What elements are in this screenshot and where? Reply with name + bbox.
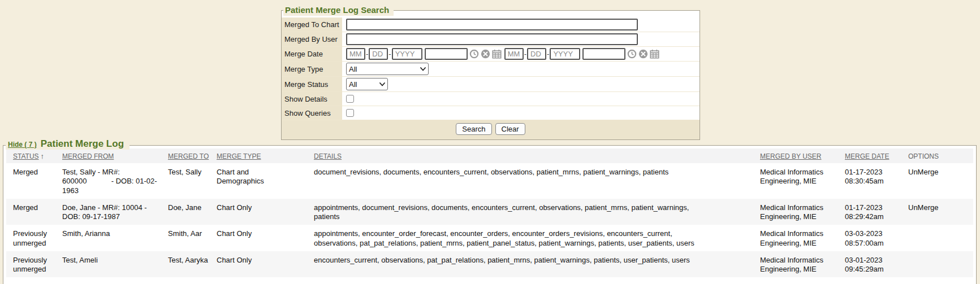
cell-merge_type: Chart and Demographics: [217, 163, 314, 199]
merge-log-panel: Hide ( 7 ) Patient Merge Log STATUS↑MERG…: [3, 145, 977, 284]
search-panel-title: Patient Merge Log Search: [283, 5, 394, 16]
cell-merge_date: 03-03-2023 08:57:00am: [845, 225, 908, 251]
merge-log-title: Patient Merge Log: [41, 138, 124, 150]
date-separator: -: [524, 50, 526, 58]
date-separator: -: [366, 50, 368, 58]
merged-by-user-input[interactable]: [346, 33, 638, 45]
column-header-label: MERGE TYPE: [217, 152, 261, 160]
cell-status: Merged: [6, 199, 62, 225]
log-table-header: STATUS↑MERGED FROMMERGED TOMERGE TYPEDET…: [6, 148, 973, 163]
show-queries-label: Show Queries: [282, 106, 344, 120]
end-year-input[interactable]: [550, 48, 580, 60]
cell-options: UnMerge: [908, 163, 973, 199]
clock-icon[interactable]: [469, 49, 479, 59]
column-header-status[interactable]: STATUS↑: [6, 148, 62, 163]
cell-merge_date: 01-17-2023 08:29:42am: [845, 199, 908, 225]
cell-details: encounters_current, observations, pat_pa…: [314, 251, 760, 278]
clock-icon[interactable]: [627, 49, 637, 59]
column-header-merge_type[interactable]: MERGE TYPE: [217, 149, 314, 163]
merge-status-label: Merge Status: [282, 77, 344, 91]
x-circle-icon[interactable]: [481, 49, 490, 59]
column-header-options: OPTIONS: [908, 149, 973, 163]
cell-status: Previously unmerged: [6, 225, 62, 251]
merge-date-row: Merge Date - -: [282, 47, 700, 62]
column-header-label: OPTIONS: [908, 152, 939, 160]
form-buttons-row: Search Clear: [282, 120, 700, 139]
hide-link[interactable]: Hide ( 7 ): [8, 141, 37, 148]
merged-by-user-label: Merged By User: [282, 32, 344, 46]
show-details-checkbox[interactable]: [346, 95, 354, 103]
sort-ascending-icon: ↑: [41, 152, 45, 160]
calendar-icon[interactable]: [650, 49, 659, 59]
show-queries-checkbox[interactable]: [346, 109, 354, 117]
cell-merged_to: Test, Sally: [168, 163, 217, 199]
cell-merged_by_user: Medical Informatics Engineering, MIE: [760, 225, 845, 251]
merged-by-user-row: Merged By User: [282, 32, 700, 47]
column-header-merged_to[interactable]: MERGED TO: [168, 149, 217, 163]
merge-date-label: Merge Date: [282, 47, 344, 61]
merge-log-table: STATUS↑MERGED FROMMERGED TOMERGE TYPEDET…: [6, 148, 973, 277]
unmerge-link[interactable]: UnMerge: [908, 168, 938, 176]
column-header-merged_from[interactable]: MERGED FROM: [62, 149, 168, 163]
column-header-label: MERGE DATE: [845, 152, 889, 160]
cell-options: UnMerge: [908, 199, 973, 225]
start-time-input[interactable]: [425, 48, 468, 60]
show-details-label: Show Details: [282, 92, 344, 106]
merge-log-legend: Hide ( 7 ) Patient Merge Log: [6, 138, 129, 150]
cell-merge_date: 01-17-2023 08:30:45am: [845, 163, 908, 199]
cell-merged_to: Test, Aaryka: [168, 251, 217, 278]
cell-merged_from: Test, Ameli: [62, 251, 168, 278]
merge-status-select[interactable]: All: [346, 78, 388, 90]
column-header-label: MERGED TO: [168, 152, 209, 160]
cell-merge_date: 03-01-2023 09:45:29am: [845, 251, 908, 278]
column-header-label: DETAILS: [314, 152, 342, 160]
log-table-body: MergedTest, Sally - MR#: 600000 - DOB: 0…: [6, 163, 973, 277]
show-details-row: Show Details: [282, 92, 700, 106]
search-form: Merged To Chart Merged By User Merge Dat…: [282, 11, 700, 139]
search-button[interactable]: Search: [456, 123, 491, 135]
cell-details: appointments, document_revisions, docume…: [314, 199, 760, 225]
merge-type-label: Merge Type: [282, 62, 344, 76]
merge-date-start-group: - -: [346, 48, 502, 60]
start-year-input[interactable]: [392, 48, 422, 60]
start-month-input[interactable]: [346, 48, 365, 60]
end-time-input[interactable]: [582, 48, 625, 60]
column-header-merge_date[interactable]: MERGE DATE: [845, 149, 908, 163]
cell-merged_from: Doe, Jane - MR#: 10004 - DOB: 09-17-1987: [62, 199, 168, 225]
cell-merged_from: Smith, Arianna: [62, 225, 168, 251]
end-day-input[interactable]: [527, 48, 546, 60]
start-day-input[interactable]: [369, 48, 388, 60]
date-separator: -: [388, 50, 391, 58]
clear-button[interactable]: Clear: [495, 123, 525, 135]
cell-merged_from: Test, Sally - MR#: 600000 - DOB: 01-02- …: [62, 163, 168, 199]
column-header-details[interactable]: DETAILS: [314, 149, 760, 163]
calendar-icon[interactable]: [492, 49, 502, 59]
merged-to-chart-input[interactable]: [346, 19, 638, 30]
table-row: MergedDoe, Jane - MR#: 10004 - DOB: 09-1…: [6, 199, 973, 225]
cell-merge_type: Chart Only: [217, 199, 314, 225]
cell-merged_by_user: Medical Informatics Engineering, MIE: [760, 251, 845, 278]
merge-type-select[interactable]: All: [346, 63, 429, 75]
merged-to-chart-row: Merged To Chart: [282, 18, 700, 32]
merge-log-search-panel: Patient Merge Log Search Merged To Chart…: [281, 10, 700, 140]
unmerge-link[interactable]: UnMerge: [908, 203, 938, 212]
merge-date-end-group: - -: [504, 48, 660, 60]
cell-details: document_revisions, documents, encounter…: [314, 163, 760, 199]
date-separator: -: [547, 50, 549, 58]
cell-options: [908, 251, 973, 278]
cell-merged_to: Doe, Jane: [168, 199, 217, 225]
show-queries-row: Show Queries: [282, 106, 700, 120]
cell-details: appointments, encounter_order_forecast, …: [314, 225, 760, 251]
column-header-label: STATUS: [13, 152, 39, 160]
cell-status: Merged: [6, 163, 62, 199]
cell-merged_by_user: Medical Informatics Engineering, MIE: [760, 199, 845, 225]
table-row: Previously unmergedTest, AmeliTest, Aary…: [6, 251, 973, 278]
cell-merge_type: Chart Only: [217, 251, 314, 278]
merge-status-row: Merge Status All: [282, 77, 700, 92]
table-row: MergedTest, Sally - MR#: 600000 - DOB: 0…: [6, 163, 973, 199]
column-header-merged_by_user[interactable]: MERGED BY USER: [760, 149, 845, 163]
cell-merge_type: Chart Only: [217, 225, 314, 251]
end-month-input[interactable]: [504, 48, 524, 60]
column-header-label: MERGED FROM: [62, 152, 114, 160]
x-circle-icon[interactable]: [638, 49, 648, 59]
